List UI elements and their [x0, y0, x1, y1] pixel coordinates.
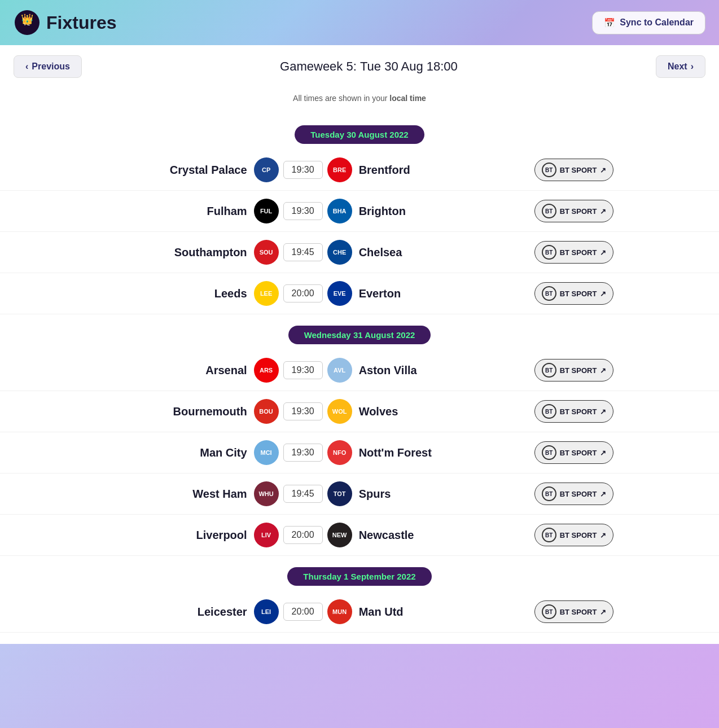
away-team-logo: EVE: [327, 281, 352, 306]
home-team: West HamWHU: [109, 481, 279, 506]
chevron-right-icon: ›: [691, 62, 694, 72]
bt-sport-button[interactable]: BTBT SPORT↗: [534, 400, 614, 423]
fixture-time: 19:30: [283, 361, 323, 379]
home-team-logo: WHU: [254, 481, 279, 506]
home-team: FulhamFUL: [109, 199, 279, 223]
bt-sport-label: BT SPORT: [560, 248, 597, 257]
bt-sport-button[interactable]: BTBT SPORT↗: [534, 241, 614, 264]
date-section-header: Thursday 1 September 2022: [0, 556, 719, 591]
away-team-logo: MUN: [327, 599, 352, 624]
header: PL 👑 Fixtures 📅 Sync to Calendar: [0, 0, 719, 45]
home-team: Crystal PalaceCP: [109, 157, 279, 182]
bt-sport-label: BT SPORT: [560, 366, 597, 375]
previous-button[interactable]: ‹ Previous: [14, 55, 82, 78]
bt-sport-button[interactable]: BTBT SPORT↗: [534, 159, 614, 181]
away-team: AVLAston Villa: [327, 358, 497, 383]
away-team: WOLWolves: [327, 399, 497, 424]
fixtures-content: Tuesday 30 August 2022Crystal PalaceCP19…: [0, 114, 719, 644]
away-team-name: Man Utd: [359, 606, 404, 619]
home-team-logo: SOU: [254, 240, 279, 265]
bt-sport-label: BT SPORT: [560, 531, 597, 540]
home-team-name: Fulham: [207, 205, 247, 218]
svg-text:👑: 👑: [21, 13, 34, 25]
home-team-logo: LEI: [254, 599, 279, 624]
home-team: LeicesterLEI: [109, 599, 279, 624]
fixture-time: 19:30: [283, 444, 323, 462]
sync-to-calendar-button[interactable]: 📅 Sync to Calendar: [592, 11, 705, 34]
external-link-icon: ↗: [600, 166, 606, 174]
bt-sport-button[interactable]: BTBT SPORT↗: [534, 359, 614, 381]
fixture-row: West HamWHU19:45TOTSpursBTBT SPORT↗: [0, 473, 719, 515]
away-team: NEWNewcastle: [327, 523, 497, 547]
bt-sport-label: BT SPORT: [560, 166, 597, 174]
home-team: Man CityMCI: [109, 440, 279, 465]
bt-sport-button[interactable]: BTBT SPORT↗: [534, 282, 614, 305]
chevron-left-icon: ‹: [25, 62, 28, 72]
home-team-name: Arsenal: [205, 364, 247, 377]
away-team: TOTSpurs: [327, 481, 497, 506]
away-team-name: Brentford: [359, 164, 410, 177]
fixture-row: FulhamFUL19:30BHABrightonBTBT SPORT↗: [0, 191, 719, 232]
fixture-row: LiverpoolLIV20:00NEWNewcastleBTBT SPORT↗: [0, 515, 719, 556]
home-team-name: West Ham: [192, 488, 247, 501]
date-badge: Wednesday 31 August 2022: [288, 326, 431, 344]
bt-sport-label: BT SPORT: [560, 449, 597, 457]
date-badge: Tuesday 30 August 2022: [295, 125, 424, 144]
bt-sport-button[interactable]: BTBT SPORT↗: [534, 600, 614, 623]
bt-logo: BT: [542, 528, 556, 542]
fixture-row: LeedsLEE20:00EVEEvertonBTBT SPORT↗: [0, 273, 719, 314]
external-link-icon: ↗: [600, 248, 606, 257]
fixture-row: ArsenalARS19:30AVLAston VillaBTBT SPORT↗: [0, 350, 719, 391]
fixture-time: 20:00: [283, 603, 323, 621]
page-title: Fixtures: [46, 12, 116, 33]
home-team-name: Man City: [200, 446, 247, 459]
bt-sport-button[interactable]: BTBT SPORT↗: [534, 524, 614, 546]
bt-sport-button[interactable]: BTBT SPORT↗: [534, 200, 614, 222]
bt-sport-label: BT SPORT: [560, 608, 597, 616]
home-team-name: Leicester: [198, 606, 247, 619]
away-team-name: Chelsea: [359, 246, 402, 259]
next-button[interactable]: Next ›: [656, 55, 705, 78]
fixture-row: Crystal PalaceCP19:30BREBrentfordBTBT SP…: [0, 150, 719, 191]
external-link-icon: ↗: [600, 366, 606, 375]
home-team: ArsenalARS: [109, 358, 279, 383]
bt-sport-button[interactable]: BTBT SPORT↗: [534, 483, 614, 505]
home-team-name: Liverpool: [196, 529, 247, 542]
header-left: PL 👑 Fixtures: [14, 9, 116, 36]
fixture-time: 19:30: [283, 402, 323, 420]
external-link-icon: ↗: [600, 407, 606, 416]
away-team-logo: BRE: [327, 157, 352, 182]
away-team: NFONott'm Forest: [327, 440, 497, 465]
bt-logo: BT: [542, 286, 556, 301]
away-team-name: Newcastle: [359, 529, 414, 542]
bt-logo: BT: [542, 363, 556, 378]
away-team-name: Brighton: [359, 205, 406, 218]
bt-logo: BT: [542, 486, 556, 501]
home-team: SouthamptonSOU: [109, 240, 279, 265]
fixture-time: 20:00: [283, 526, 323, 544]
home-team-logo: LIV: [254, 523, 279, 547]
away-team-logo: NFO: [327, 440, 352, 465]
fixture-row: SouthamptonSOU19:45CHEChelseaBTBT SPORT↗: [0, 232, 719, 273]
fixture-row: Man CityMCI19:30NFONott'm ForestBTBT SPO…: [0, 432, 719, 473]
home-team-name: Crystal Palace: [170, 164, 247, 177]
home-team-name: Leeds: [214, 287, 247, 300]
bt-sport-label: BT SPORT: [560, 407, 597, 416]
away-team-name: Everton: [359, 287, 401, 300]
fixture-time: 19:45: [283, 243, 323, 261]
away-team: BHABrighton: [327, 199, 497, 223]
bt-logo: BT: [542, 404, 556, 419]
bt-sport-button[interactable]: BTBT SPORT↗: [534, 441, 614, 464]
bt-logo: BT: [542, 604, 556, 619]
external-link-icon: ↗: [600, 608, 606, 616]
fixture-time: 19:45: [283, 485, 323, 503]
date-badge: Thursday 1 September 2022: [287, 567, 431, 586]
away-team-logo: NEW: [327, 523, 352, 547]
bt-logo: BT: [542, 445, 556, 460]
home-team: BournemouthBOU: [109, 399, 279, 424]
external-link-icon: ↗: [600, 449, 606, 457]
home-team-logo: LEE: [254, 281, 279, 306]
local-time-notice: All times are shown in your local time: [0, 88, 719, 114]
away-team-logo: BHA: [327, 199, 352, 223]
external-link-icon: ↗: [600, 207, 606, 216]
